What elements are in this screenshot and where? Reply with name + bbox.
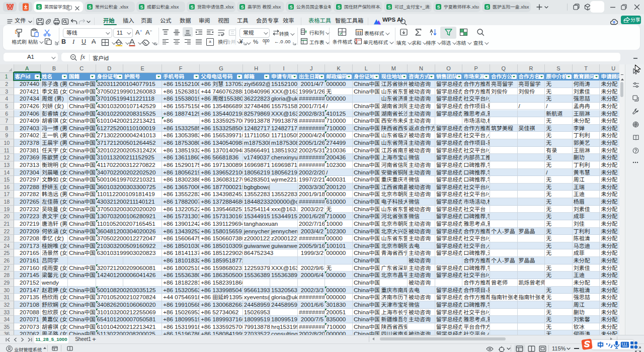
svg-text:S: S [89, 5, 92, 10]
svg-text:S: S [437, 5, 440, 10]
svg-text:S: S [241, 5, 244, 10]
svg-text:S: S [338, 5, 341, 10]
svg-text:S: S [486, 5, 489, 10]
svg-text:S: S [140, 5, 143, 10]
svg-text:S: S [38, 5, 41, 10]
svg-text:S: S [191, 5, 194, 10]
svg-text:S: S [388, 5, 391, 10]
svg-text:S: S [290, 5, 293, 10]
